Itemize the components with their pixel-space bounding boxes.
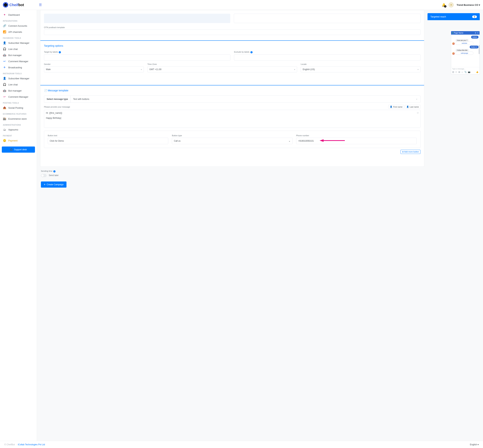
org-avatar-icon[interactable]: tB: [449, 2, 454, 7]
target-labels-input[interactable]: [44, 54, 230, 61]
sidebar-item-ig-livechat[interactable]: 🎧Live chat: [0, 81, 37, 88]
send-later-toggle[interactable]: [41, 174, 47, 177]
chat-btn-salespage[interactable]: salespage: [455, 52, 474, 55]
sidebar-section-ecommerce: ECOMMERCE FEATURES: [0, 111, 37, 116]
like-icon[interactable]: 👍: [476, 71, 478, 73]
footer-copyright: © CheifBot: [4, 443, 15, 446]
emoji-picker-icon[interactable]: ☺: [417, 111, 419, 114]
otn-postback-input[interactable]: [44, 30, 420, 35]
avatar-icon: [452, 52, 455, 55]
sidebar-item-label: Bot manager: [8, 89, 22, 92]
attachment-icon[interactable]: 📎: [464, 71, 467, 73]
headset-icon: 🎧: [3, 83, 6, 86]
provide-message-label: Please provide your message: [44, 106, 70, 108]
gender-select[interactable]: Male: [44, 66, 144, 72]
emoji-icon[interactable]: ☺: [461, 71, 463, 73]
sidebar-item-appsumo[interactable]: 🗂Appsumo: [0, 127, 37, 133]
add-more-button[interactable]: Add more button: [401, 150, 420, 154]
info-icon[interactable]: i: [59, 51, 61, 53]
sidebar-section-posting: POSTING TOOLS: [0, 100, 37, 105]
logo[interactable]: Cheifbot: [3, 2, 37, 8]
file-icon: 📄: [44, 89, 47, 92]
create-campaign-button[interactable]: ✈Create Campaign: [41, 182, 66, 188]
locale-select[interactable]: English (US): [301, 66, 420, 72]
message-template-title: 📄 Message template: [44, 89, 420, 92]
exclude-labels-input[interactable]: [234, 54, 420, 61]
sidebar-section-admin: ADMINISTRATIONS: [0, 122, 37, 127]
target-labels-label: Target by labels i: [44, 51, 230, 53]
button-type-select[interactable]: Call us: [172, 138, 293, 144]
sidebar-item-connect-accounts[interactable]: 🔗Connect Accounts: [0, 23, 37, 29]
chat-btn-website[interactable]: website: [455, 42, 474, 45]
user-icon: 👤: [406, 106, 409, 108]
sticker-icon[interactable]: 🗒: [455, 71, 457, 73]
notification-bell-icon[interactable]: 🔔0: [442, 3, 446, 7]
share-icon: 📤: [3, 106, 6, 109]
camera-icon[interactable]: 📷: [468, 71, 470, 73]
user-icon: 👤: [390, 106, 392, 108]
send-icon: ✈: [44, 183, 46, 186]
user-icon: 👤: [3, 77, 6, 80]
footer-company-link[interactable]: iCollab Technologies Pvt Ltd: [18, 443, 45, 446]
input-placeholder-1[interactable]: [44, 14, 230, 23]
footer: © CheifBot · iCollab Technologies Pvt Lt…: [0, 441, 483, 448]
sidebar-item-fb-bot[interactable]: 🤖Bot manager: [0, 52, 37, 58]
message-textarea[interactable]: Hi {{first_name}} Happy Birthday|: [44, 110, 420, 128]
sidebar-item-ecommerce-store[interactable]: 🏬Ecommerce store: [0, 116, 37, 122]
sidebar-item-fb-broadcast[interactable]: ✈Broadcasting: [0, 64, 37, 71]
sidebar-item-label: Payment: [8, 139, 17, 142]
menu-toggle-icon[interactable]: ☰: [39, 3, 42, 7]
button-text-input[interactable]: [48, 138, 168, 144]
scrollbar[interactable]: [479, 45, 480, 54]
flame-icon: ✦: [3, 13, 6, 16]
gender-value: Male: [46, 68, 51, 71]
sidebar-item-payment[interactable]: 🪙Payment: [0, 137, 37, 144]
card-icon: 🗂: [3, 128, 6, 131]
sidebar-item-fb-comment[interactable]: ↩Comment Manager: [0, 58, 37, 64]
sidebar-item-ig-bot[interactable]: 🤖Bot manager: [0, 88, 37, 94]
button-type-value: Call us: [174, 140, 181, 142]
gear-icon[interactable]: ⚙: [475, 32, 476, 34]
campaign-form-card: OTN postback template Targeting options …: [40, 10, 424, 167]
sidebar-item-fb-livechat[interactable]: 🎧Live chat: [0, 46, 37, 52]
sidebar-section-facebook: FACEBOOK TOOLS: [0, 35, 37, 40]
sidebar-item-label: Comment Manager: [8, 60, 28, 63]
close-icon[interactable]: ✕: [477, 32, 478, 34]
sidebar-item-label: Connect Accounts: [8, 24, 27, 27]
sidebar-item-ig-comment[interactable]: ↩Comment Manager: [0, 94, 37, 100]
org-dropdown[interactable]: Trend Business CO ▾: [457, 4, 480, 6]
info-icon[interactable]: i: [250, 51, 253, 53]
gif-icon[interactable]: ▦: [458, 71, 460, 73]
phone-number-input[interactable]: [296, 138, 417, 144]
sidebar-item-fb-subscriber[interactable]: 👤Subscriber Manager: [0, 40, 37, 46]
last-name-tag-button[interactable]: 👤Last name: [405, 105, 420, 109]
message-type-label: Select message type: [44, 96, 71, 103]
sidebar-item-social-posting[interactable]: 📤Social Posting: [0, 105, 37, 111]
top-header: Cheifbot ☰ 🔔0 tB Trend Business CO ▾: [0, 0, 483, 10]
chat-msg-button: button: [471, 36, 478, 39]
send-later-label: Send later: [49, 174, 59, 176]
headset-icon: 🎧: [3, 48, 6, 51]
locale-value: English (US): [303, 68, 315, 71]
timezone-select[interactable]: GMT +11.00: [147, 66, 297, 72]
timezone-value: GMT +11.00: [149, 68, 161, 71]
targeted-reach-label: Targeted reach: [430, 15, 446, 18]
button-text-label: Button text: [48, 135, 168, 136]
targeted-reach-bar: Targeted reach 0: [428, 13, 480, 20]
gender-label: Gender: [44, 63, 144, 65]
message-type-select[interactable]: Select message type Text with buttons: [44, 96, 420, 103]
sidebar-item-ig-subscriber[interactable]: 👤Subscriber Manager: [0, 75, 37, 81]
image-icon[interactable]: 🖼: [452, 71, 454, 73]
org-name-label: Trend Business CO: [457, 4, 478, 6]
support-label: Support desk: [14, 148, 27, 151]
input-placeholder-2[interactable]: [234, 14, 420, 23]
notification-count: 0: [444, 5, 446, 8]
info-icon[interactable]: i: [53, 170, 55, 172]
chat-input[interactable]: Type a message...: [451, 67, 480, 71]
first-name-tag-button[interactable]: 👤First name: [388, 105, 404, 109]
language-select[interactable]: English ▾: [470, 443, 479, 446]
robot-icon: 🤖: [3, 54, 6, 57]
sidebar-item-api-channels[interactable]: 📶API channels: [0, 29, 37, 35]
support-desk-button[interactable]: 🎧Support desk: [2, 146, 35, 153]
sidebar-item-dashboard[interactable]: ✦Dashboard: [0, 12, 37, 18]
